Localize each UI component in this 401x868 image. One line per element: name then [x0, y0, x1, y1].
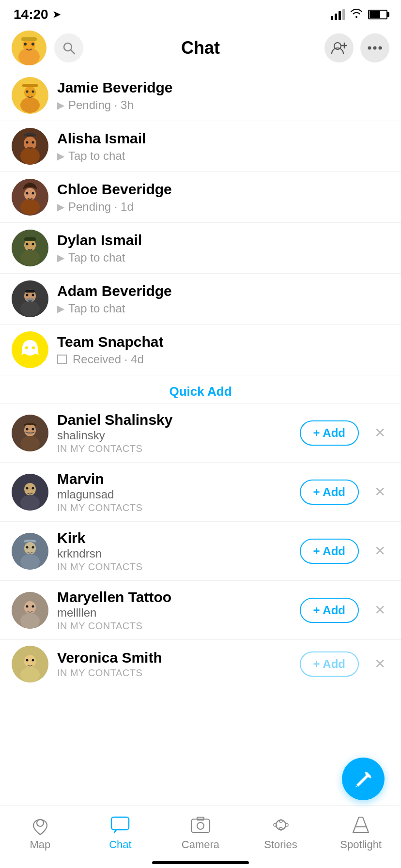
chat-sub: Pending · 1d: [68, 200, 134, 214]
dismiss-button[interactable]: ✕: [370, 543, 389, 559]
nav-item-map[interactable]: Map: [0, 814, 80, 851]
avatar: [12, 592, 48, 629]
suggestion-info: Daniel Shalinsky shalinsky IN MY CONTACT…: [57, 411, 291, 454]
suggestion-info: Marvin mlagunsad IN MY CONTACTS: [57, 470, 291, 513]
svg-point-62: [26, 605, 29, 607]
suggestion-name: Maryellen Tattoo: [57, 589, 291, 606]
suggestion-info: Maryellen Tattoo mellllen IN MY CONTACTS: [57, 589, 291, 632]
svg-point-28: [26, 192, 29, 195]
dismiss-button[interactable]: ✕: [370, 656, 389, 672]
suggestion-info: Veronica Smith IN MY CONTACTS: [57, 649, 291, 679]
svg-point-75: [276, 820, 286, 830]
signal-bars-icon: [331, 9, 345, 20]
add-button[interactable]: + Add: [300, 598, 359, 623]
more-button[interactable]: [360, 33, 389, 62]
nav-item-spotlight[interactable]: Spotlight: [321, 814, 401, 851]
chat-name: Jamie Beveridge: [57, 79, 389, 96]
snap-icon: [57, 355, 67, 364]
svg-point-40: [32, 294, 34, 296]
suggestion-info: Kirk krkndrsn IN MY CONTACTS: [57, 529, 291, 573]
quick-add-section: Quick Add: [0, 375, 401, 403]
location-icon: ➤: [52, 8, 61, 21]
dismiss-button[interactable]: ✕: [370, 602, 389, 618]
svg-point-66: [20, 667, 40, 682]
suggestion-item: Maryellen Tattoo mellllen IN MY CONTACTS…: [0, 581, 401, 640]
nav-item-camera[interactable]: Camera: [160, 814, 241, 851]
svg-rect-35: [24, 237, 36, 241]
svg-point-17: [26, 91, 29, 93]
add-button[interactable]: + Add: [300, 480, 359, 505]
suggestion-username: mlagunsad: [57, 488, 291, 501]
avatar: [12, 474, 48, 511]
chat-sub: Tap to chat: [68, 149, 125, 163]
svg-point-45: [24, 424, 36, 436]
nav-label: Camera: [182, 838, 219, 851]
nav-label: Map: [30, 838, 50, 851]
dismiss-button[interactable]: ✕: [370, 425, 389, 441]
svg-point-58: [32, 546, 34, 548]
svg-marker-80: [353, 817, 369, 833]
chat-info: Chloe Beveridge ▶ Pending · 1d: [57, 181, 389, 214]
dismiss-button[interactable]: ✕: [370, 484, 389, 500]
camera-icon: [190, 814, 211, 836]
stories-icon: [270, 814, 292, 836]
chat-info: Team Snapchat Received · 4d: [57, 333, 389, 366]
svg-point-57: [26, 546, 29, 548]
svg-point-16: [20, 97, 40, 113]
chat-item[interactable]: Team Snapchat Received · 4d: [0, 325, 401, 375]
chat-item[interactable]: Adam Beveridge ▶ Tap to chat: [0, 274, 401, 325]
svg-point-56: [20, 554, 40, 570]
avatar: [12, 533, 48, 570]
svg-point-4: [31, 43, 34, 46]
map-icon: [30, 814, 51, 836]
suggestion-source: IN MY CONTACTS: [57, 667, 291, 679]
chat-item[interactable]: Alisha Ismail ▶ Tap to chat: [0, 121, 401, 172]
chat-sub: Tap to chat: [68, 251, 125, 264]
svg-point-3: [24, 43, 27, 46]
user-avatar[interactable]: [12, 31, 46, 65]
search-button[interactable]: [54, 33, 83, 62]
chat-info: Jamie Beveridge ▶ Pending · 3h: [57, 79, 389, 112]
add-button[interactable]: + Add: [300, 420, 359, 446]
add-button[interactable]: + Add: [300, 539, 359, 564]
add-friend-button[interactable]: [324, 33, 354, 62]
svg-point-68: [32, 659, 34, 661]
compose-fab[interactable]: [342, 758, 385, 800]
compose-icon: [353, 768, 374, 790]
suggestion-source: IN MY CONTACTS: [57, 502, 291, 513]
svg-point-48: [32, 428, 34, 430]
battery-icon: [368, 10, 387, 19]
svg-point-52: [26, 487, 29, 489]
chat-sub: Pending · 3h: [68, 98, 134, 112]
svg-point-27: [20, 199, 40, 215]
chat-status: Received · 4d: [57, 353, 389, 366]
header-right: [324, 33, 389, 62]
nav-item-chat[interactable]: Chat: [80, 814, 161, 851]
nav-item-stories[interactable]: Stories: [241, 814, 321, 851]
svg-point-11: [368, 46, 371, 50]
page-title: Chat: [181, 38, 220, 58]
suggestion-name: Daniel Shalinsky: [57, 411, 291, 429]
nav-label: Spotlight: [340, 838, 382, 851]
chat-icon: [109, 814, 131, 836]
chat-item[interactable]: Jamie Beveridge ▶ Pending · 3h: [0, 70, 401, 121]
svg-rect-71: [111, 817, 129, 830]
search-icon: [62, 41, 76, 55]
avatar: [12, 179, 48, 216]
chat-item[interactable]: Chloe Beveridge ▶ Pending · 1d: [0, 172, 401, 223]
svg-rect-41: [25, 290, 35, 293]
home-indicator: [152, 861, 249, 864]
svg-point-63: [32, 605, 34, 607]
svg-point-60: [24, 601, 36, 614]
svg-point-23: [26, 141, 29, 144]
svg-point-13: [379, 46, 382, 50]
suggestion-username: mellllen: [57, 606, 291, 620]
chat-item[interactable]: Dylan Ismail ▶ Tap to chat: [0, 223, 401, 274]
suggestion-source: IN MY CONTACTS: [57, 443, 291, 454]
avatar: [12, 77, 48, 114]
svg-rect-19: [22, 84, 38, 87]
add-button[interactable]: + Add: [300, 651, 359, 677]
suggestion-source: IN MY CONTACTS: [57, 561, 291, 573]
suggestions-list: Daniel Shalinsky shalinsky IN MY CONTACT…: [0, 403, 401, 688]
chat-name: Team Snapchat: [57, 333, 389, 351]
